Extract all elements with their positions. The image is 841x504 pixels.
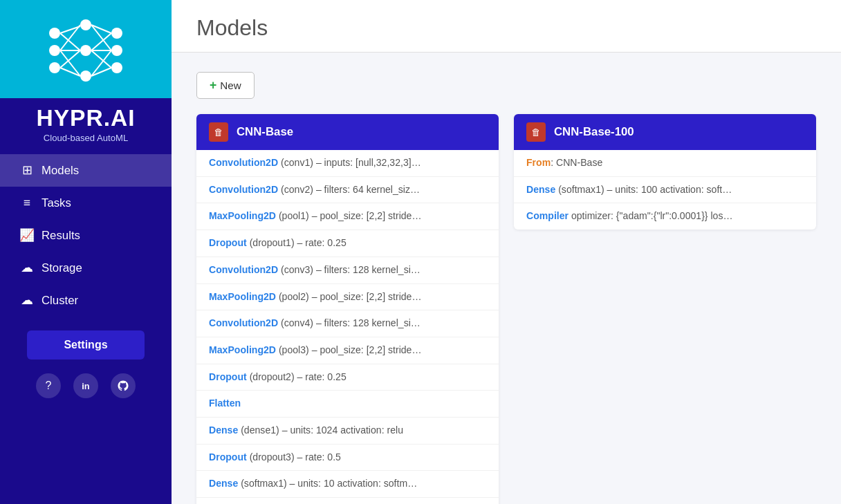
- sidebar-item-models[interactable]: ⊞ Models: [0, 154, 172, 187]
- list-item: Convolution2D (conv1) – inputs: [null,32…: [196, 150, 499, 177]
- list-item: Convolution2D (conv4) – filters: 128 ker…: [196, 310, 499, 337]
- logo-area: [0, 0, 172, 98]
- svg-point-8: [111, 62, 122, 73]
- sidebar-item-tasks[interactable]: ≡ Tasks: [0, 187, 172, 219]
- list-item: Dense (softmax1) – units: 10 activation:…: [196, 471, 499, 498]
- svg-line-20: [91, 50, 111, 68]
- cluster-icon: ☁: [19, 293, 35, 308]
- list-item: Flatten: [196, 391, 499, 418]
- delete-cnn-base-100-button[interactable]: 🗑: [526, 122, 546, 142]
- list-item: Dropout (dropout1) – rate: 0.25: [196, 230, 499, 257]
- svg-line-10: [60, 33, 80, 50]
- nav-label-results: Results: [41, 229, 80, 243]
- content-area: + New 🗑 CNN-Base Convolution2D (conv1) –…: [172, 53, 841, 504]
- delete-cnn-base-button[interactable]: 🗑: [209, 122, 228, 142]
- logo-icon: [41, 12, 131, 88]
- main-content: Models + New 🗑 CNN-Base Convolution2D (c…: [172, 0, 841, 504]
- list-item: Compiler optimizer: {"adam":{"lr":0.0001…: [514, 203, 816, 230]
- tasks-icon: ≡: [19, 196, 35, 210]
- models-icon: ⊞: [19, 163, 35, 178]
- list-item: Dropout (dropout2) – rate: 0.25: [196, 364, 499, 391]
- svg-point-5: [80, 71, 91, 82]
- model-rows-cnn-base-100: From: CNN-Base Dense (softmax1) – units:…: [514, 150, 816, 230]
- list-item: MaxPooling2D (pool3) – pool_size: [2,2] …: [196, 337, 499, 364]
- model-card-cnn-base: 🗑 CNN-Base Convolution2D (conv1) – input…: [196, 114, 499, 504]
- settings-button[interactable]: Settings: [27, 330, 145, 360]
- svg-point-3: [80, 19, 91, 30]
- new-button-label: New: [220, 80, 241, 91]
- list-item: Convolution2D (conv3) – filters: 128 ker…: [196, 257, 499, 284]
- svg-point-7: [111, 45, 122, 56]
- svg-point-6: [111, 28, 122, 39]
- storage-icon: ☁: [19, 261, 35, 275]
- model-name-cnn-base-100: CNN-Base-100: [554, 125, 634, 139]
- page-header: Models: [172, 0, 841, 53]
- nav-label-models: Models: [41, 164, 79, 178]
- list-item: Dense (dense1) – units: 1024 activation:…: [196, 418, 499, 445]
- brand-name: HYPR.AI: [36, 105, 135, 131]
- bottom-icons: ? in: [36, 373, 136, 411]
- list-item: From: CNN-Base: [514, 150, 816, 177]
- linkedin-icon[interactable]: in: [73, 373, 98, 398]
- page-title: Models: [196, 15, 816, 41]
- sidebar: HYPR.AI Cloud-based AutoML ⊞ Models ≡ Ta…: [0, 0, 172, 504]
- model-card-cnn-base-100: 🗑 CNN-Base-100 From: CNN-Base Dense (sof…: [514, 114, 816, 230]
- sidebar-item-storage[interactable]: ☁ Storage: [0, 252, 172, 284]
- nav-label-cluster: Cluster: [41, 294, 78, 308]
- list-item: Convolution2D (conv2) – filters: 64 kern…: [196, 177, 499, 204]
- svg-line-18: [91, 33, 111, 50]
- help-icon[interactable]: ?: [36, 373, 61, 398]
- svg-point-1: [49, 45, 60, 56]
- svg-point-0: [49, 28, 60, 39]
- brand-tagline: Cloud-based AutoML: [44, 133, 128, 143]
- list-item: MaxPooling2D (pool1) – pool_size: [2,2] …: [196, 203, 499, 230]
- list-item: Dense (softmax1) – units: 100 activation…: [514, 177, 816, 204]
- svg-line-14: [60, 50, 80, 68]
- svg-point-4: [80, 45, 91, 56]
- plus-icon: +: [210, 78, 216, 93]
- list-item: MaxPooling2D (pool2) – pool_size: [2,2] …: [196, 284, 499, 311]
- model-header-cnn-base-100: 🗑 CNN-Base-100: [514, 114, 816, 150]
- list-item: Dropout (dropout3) – rate: 0.5: [196, 445, 499, 472]
- github-icon[interactable]: [111, 373, 136, 398]
- models-grid: 🗑 CNN-Base Convolution2D (conv1) – input…: [196, 114, 816, 504]
- svg-line-11: [60, 25, 80, 50]
- results-icon: 📈: [19, 228, 35, 243]
- nav-label-storage: Storage: [41, 261, 82, 275]
- nav-label-tasks: Tasks: [41, 196, 71, 210]
- new-model-button[interactable]: + New: [196, 72, 255, 99]
- svg-point-2: [49, 62, 60, 73]
- model-name-cnn-base: CNN-Base: [237, 125, 293, 139]
- sidebar-item-results[interactable]: 📈 Results: [0, 219, 172, 252]
- nav-menu: ⊞ Models ≡ Tasks 📈 Results ☁ Storage ☁ C…: [0, 154, 172, 324]
- model-rows-cnn-base: Convolution2D (conv1) – inputs: [null,32…: [196, 150, 499, 504]
- sidebar-item-cluster[interactable]: ☁ Cluster: [0, 284, 172, 317]
- list-item: Compiler optimizer: {"adam":{"lr":0.0001…: [196, 498, 499, 504]
- model-header-cnn-base: 🗑 CNN-Base: [196, 114, 499, 150]
